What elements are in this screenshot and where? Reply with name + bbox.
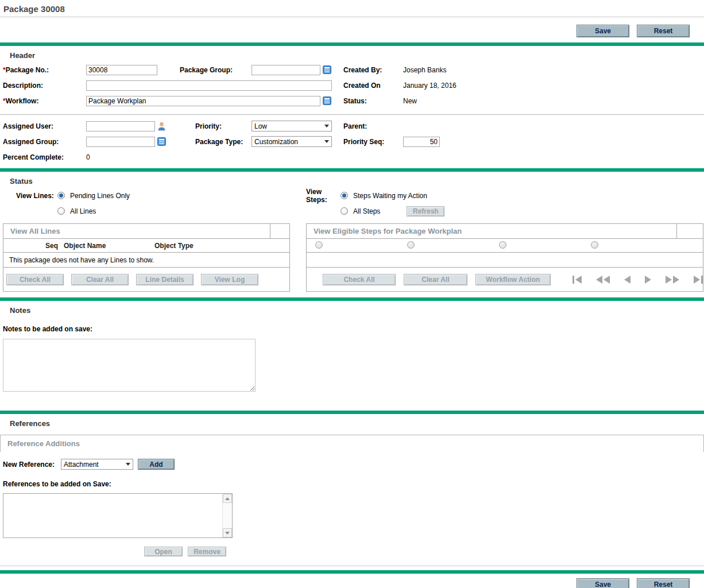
steps-table: View Eligible Steps for Package Workplan…	[306, 223, 703, 292]
step-radio-4[interactable]	[591, 241, 598, 249]
steps-table-footer: Check All Clear All Workflow Action	[306, 268, 703, 292]
priority-select[interactable]: Low	[252, 121, 332, 131]
steps-waiting-my-action-radio[interactable]	[341, 192, 348, 199]
steps-radio-row	[306, 239, 703, 253]
steps-table-corner-cell	[677, 224, 703, 238]
package-no-label: *Package No.:	[3, 66, 86, 74]
assigned-group-input[interactable]	[86, 137, 155, 147]
scroll-up-icon[interactable]	[223, 494, 232, 503]
all-steps-radio[interactable]	[341, 207, 348, 215]
created-on-label: Created On	[343, 82, 403, 90]
assigned-user-input[interactable]	[86, 121, 155, 131]
lines-check-all-button[interactable]: Check All	[6, 274, 64, 285]
assigned-group-label: Assigned Group:	[3, 138, 86, 146]
parent-label: Parent:	[343, 122, 403, 130]
notes-textarea[interactable]	[3, 339, 256, 392]
chevron-down-icon	[322, 125, 331, 127]
workflow-input[interactable]	[86, 96, 320, 106]
object-name-column-header: Object Name	[64, 242, 154, 250]
created-by-label: Created By:	[343, 66, 403, 74]
package-no-input[interactable]	[86, 65, 157, 75]
package-type-label: Package Type:	[195, 138, 252, 146]
status-label: Status:	[343, 97, 403, 105]
new-reference-select[interactable]: Attachment	[61, 459, 133, 470]
package-type-select[interactable]: Customization	[252, 136, 332, 147]
all-lines-radio[interactable]	[57, 207, 65, 215]
header-row-4: Assigned User: Priority: Low Parent:	[0, 118, 704, 134]
header-row-2: Description: Created On January 18, 2016	[0, 78, 704, 93]
pending-lines-only-label: Pending Lines Only	[70, 192, 130, 200]
seq-column-header: Seq	[3, 242, 58, 250]
lines-table: View All Lines Seq Object Name Object Ty…	[3, 223, 290, 292]
all-lines-label: All Lines	[70, 207, 96, 215]
refresh-button[interactable]: Refresh	[407, 206, 444, 216]
next-icon[interactable]	[645, 276, 651, 284]
package-detail-page: Package 30008 Save Reset Header *Package…	[0, 0, 704, 588]
steps-empty-row	[306, 253, 703, 268]
reset-button[interactable]: Reset	[637, 578, 690, 588]
description-label: Description:	[3, 82, 86, 90]
step-radio-2[interactable]	[407, 241, 415, 249]
last-page-icon[interactable]	[694, 276, 703, 284]
header-inner-divider	[0, 114, 704, 115]
references-to-be-added-list[interactable]	[3, 493, 233, 538]
scroll-down-icon[interactable]	[223, 528, 232, 537]
references-scrollbar[interactable]	[222, 494, 232, 537]
person-icon[interactable]	[157, 122, 166, 131]
lines-table-column-header: Seq Object Name Object Type	[3, 239, 290, 253]
object-type-column-header: Object Type	[154, 242, 194, 250]
view-steps-label: View Steps:	[306, 188, 341, 204]
line-details-button[interactable]: Line Details	[136, 274, 194, 285]
notes-section: Notes Notes to be added on save:	[0, 301, 704, 392]
header-section: Header *Package No.: Package Group: Crea…	[0, 46, 704, 165]
lines-empty-message: This package does not have any Lines to …	[3, 253, 290, 268]
step-radio-3[interactable]	[499, 241, 506, 249]
assigned-user-label: Assigned User:	[3, 122, 86, 130]
pending-lines-only-radio[interactable]	[57, 192, 65, 199]
steps-check-all-button[interactable]: Check All	[323, 274, 396, 285]
bottom-toolbar: Save Reset	[0, 574, 704, 588]
description-input[interactable]	[86, 80, 332, 91]
view-lines-label: View Lines:	[16, 192, 57, 200]
add-reference-button[interactable]: Add	[138, 459, 175, 470]
steps-waiting-my-action-label: Steps Waiting my Action	[353, 192, 427, 200]
chevron-down-icon	[322, 140, 331, 143]
workflow-label: *Workflow:	[3, 97, 86, 105]
all-steps-label: All Steps	[353, 207, 380, 215]
list-icon[interactable]	[323, 96, 331, 105]
workflow-action-button[interactable]: Workflow Action	[475, 274, 551, 285]
lines-clear-all-button[interactable]: Clear All	[71, 274, 129, 285]
priority-seq-label: Priority Seq:	[343, 138, 403, 146]
top-toolbar: Save Reset	[0, 17, 704, 42]
remove-reference-button[interactable]: Remove	[188, 547, 226, 556]
first-page-icon[interactable]	[573, 276, 582, 284]
steps-table-title: View Eligible Steps for Package Workplan	[307, 224, 677, 238]
header-section-title: Header	[0, 46, 704, 62]
open-reference-button[interactable]: Open	[144, 547, 183, 556]
view-log-button[interactable]: View Log	[201, 274, 258, 285]
reset-button[interactable]: Reset	[637, 25, 690, 37]
list-icon[interactable]	[323, 65, 331, 74]
list-icon[interactable]	[157, 137, 166, 146]
fast-forward-icon[interactable]	[666, 276, 679, 284]
header-row-3: *Workflow: Status: New	[0, 93, 704, 109]
priority-seq-input[interactable]	[403, 137, 440, 147]
status-section-title: Status	[0, 172, 704, 188]
save-button[interactable]: Save	[577, 25, 629, 37]
step-radio-1[interactable]	[315, 241, 323, 249]
view-lines-group: View Lines: Pending Lines Only All Lines	[0, 188, 306, 219]
status-value: New	[403, 97, 417, 105]
footer-divider	[0, 566, 704, 566]
lines-table-footer: Check All Clear All Line Details View Lo…	[3, 268, 290, 292]
fast-rewind-icon[interactable]	[596, 276, 610, 284]
created-on-value: January 18, 2016	[403, 82, 457, 90]
references-section-title: References	[0, 414, 704, 430]
previous-icon[interactable]	[624, 276, 630, 284]
save-button[interactable]: Save	[577, 578, 629, 588]
percent-complete-value: 0	[86, 153, 90, 161]
status-section: Status View Lines: Pending Lines Only Al…	[0, 172, 704, 292]
package-group-input[interactable]	[252, 65, 320, 75]
steps-clear-all-button[interactable]: Clear All	[404, 274, 467, 285]
chevron-down-icon	[123, 463, 133, 466]
priority-label: Priority:	[195, 122, 252, 130]
